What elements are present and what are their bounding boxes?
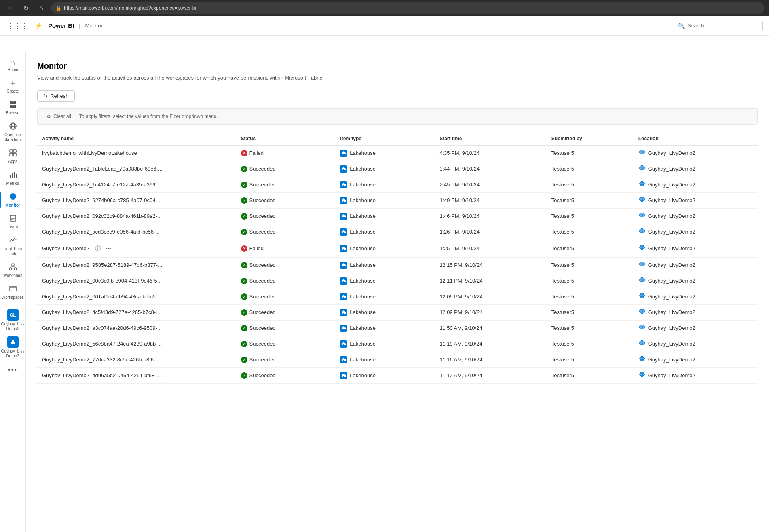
sidebar-label-onelake: OneLakedata hub xyxy=(4,133,21,142)
browser-forward-button[interactable]: ↻ xyxy=(20,2,32,14)
activity-name-text: Guyhay_LivyDemo2_9585e287-5189-47d6-b877… xyxy=(42,262,162,268)
location-text: Guyhay_LivyDemo2 xyxy=(648,262,695,268)
item-type-text: Lakehouse xyxy=(350,229,376,235)
sidebar-workspace-1[interactable]: GL Guyhay_LivyDemo2 xyxy=(0,307,26,334)
app-shell: ⌂ Home + Create Browse xyxy=(0,16,769,532)
toolbar: ↻ Refresh xyxy=(37,90,758,102)
sidebar-item-learn[interactable]: Learn xyxy=(0,211,26,233)
browser-bar: ← ↻ ⌂ 🔒 https://msit.powerbi.com/monitor… xyxy=(0,0,769,16)
sidebar-item-onelake[interactable]: OneLakedata hub xyxy=(0,119,26,146)
submitted-by-cell: Testuser5 xyxy=(547,145,634,161)
item-type-text: Lakehouse xyxy=(350,166,376,172)
sidebar-item-metrics[interactable]: Metrics xyxy=(0,167,26,189)
status-cell: ✓ Succeeded xyxy=(236,192,336,208)
failed-icon: ✕ xyxy=(241,245,247,252)
workspace-avatar-2 xyxy=(7,336,19,348)
status-text: Succeeded xyxy=(249,213,276,219)
svg-point-20 xyxy=(12,264,14,266)
item-type-text: Lakehouse xyxy=(350,309,376,315)
table-row: Guyhay_LivyDemo2_092c32c9-884a-461b-89e2… xyxy=(37,208,758,224)
status-cell: ✕ Failed xyxy=(236,145,336,161)
table-row: Guyhay_LivyDemo2_4c5f43d9-727e-4265-b7c8… xyxy=(37,304,758,320)
status-cell: ✓ Succeeded xyxy=(236,304,336,320)
activity-name-text: Guyhay_LivyDemo2_6274b06a-c785-4a07-9c04… xyxy=(42,197,162,203)
browser-back-button[interactable]: ← xyxy=(5,2,16,14)
svg-rect-7 xyxy=(10,150,13,152)
item-type-text: Lakehouse xyxy=(350,213,376,219)
more-actions-button[interactable]: ••• xyxy=(104,244,113,253)
start-time-cell: 11:16 AM, 9/10/24 xyxy=(435,352,547,367)
location-text: Guyhay_LivyDemo2 xyxy=(648,341,695,347)
activity-name-cell: Guyhay_LivyDemo2_a3c074ae-20d6-49c6-9509… xyxy=(37,320,236,336)
info-button[interactable]: ⓘ xyxy=(93,244,102,253)
svg-point-83 xyxy=(641,373,643,376)
browser-url-bar: 🔒 https://msit.powerbi.com/monitoringhub… xyxy=(51,2,764,14)
filter-hint: To apply filters, select the values from… xyxy=(79,114,218,119)
search-icon: 🔍 xyxy=(678,23,685,29)
clear-all-button[interactable]: ⚙ Clear all xyxy=(42,112,75,121)
svg-point-55 xyxy=(641,263,643,265)
table-row: Guyhay_LivyDemo2_TableLoad_79a988be-69e6… xyxy=(37,161,758,177)
table-row: Guyhay_LivyDemo2_061af1e4-db94-43ca-bdb2… xyxy=(37,289,758,304)
learn-icon xyxy=(9,214,17,224)
sidebar-item-monitor[interactable]: Monitor xyxy=(0,189,26,211)
sidebar-label-realtime: Real-Timehub xyxy=(4,247,22,256)
waffle-icon[interactable]: ⋮⋮⋮ xyxy=(6,21,28,30)
sidebar-item-browse[interactable]: Browse xyxy=(0,97,26,119)
search-box: 🔍 xyxy=(674,21,763,31)
search-input[interactable] xyxy=(687,23,758,29)
status-cell: ✓ Succeeded xyxy=(236,208,336,224)
activity-name-text: Guyhay_LivyDemo2_092c32c9-884a-461b-89e2… xyxy=(42,213,162,219)
status-text: Succeeded xyxy=(249,341,276,347)
lakehouse-icon xyxy=(340,228,347,236)
home-icon: ⌂ xyxy=(10,58,15,66)
status-text: Succeeded xyxy=(249,372,276,378)
main-content: Monitor View and track the status of the… xyxy=(26,52,769,532)
item-type-cell: Lakehouse xyxy=(335,145,435,161)
status-text: Succeeded xyxy=(249,357,276,363)
item-type-text: Lakehouse xyxy=(350,278,376,284)
location-text: Guyhay_LivyDemo2 xyxy=(648,182,695,188)
filter-icon: ⚙ xyxy=(46,114,51,119)
svg-rect-8 xyxy=(13,150,16,152)
sidebar-item-workloads[interactable]: Workloads xyxy=(0,260,26,281)
lakehouse-icon xyxy=(340,293,347,300)
svg-point-71 xyxy=(641,326,643,328)
sidebar-item-create[interactable]: + Create xyxy=(0,76,26,97)
sidebar-workspace-2[interactable]: Guyhay_LivyDemo2 xyxy=(0,334,26,361)
lakehouse-icon xyxy=(340,372,347,379)
success-icon: ✓ xyxy=(241,278,247,284)
item-type-text: Lakehouse xyxy=(350,262,376,268)
svg-rect-1 xyxy=(13,101,16,104)
svg-rect-13 xyxy=(14,172,15,178)
location-cell: Guyhay_LivyDemo2 xyxy=(634,273,758,289)
lakehouse-icon xyxy=(340,181,347,188)
item-type-cell: Lakehouse xyxy=(335,161,435,177)
location-cell: Guyhay_LivyDemo2 xyxy=(634,177,758,192)
svg-point-31 xyxy=(641,167,643,169)
submitted-by-cell: Testuser5 xyxy=(547,208,634,224)
sidebar-item-more[interactable]: ••• xyxy=(0,363,26,377)
browser-home-button[interactable]: ⌂ xyxy=(36,2,47,14)
sidebar-item-apps[interactable]: Apps xyxy=(0,146,26,167)
sidebar-item-realtime[interactable]: Real-Timehub xyxy=(0,233,26,260)
refresh-button[interactable]: ↻ Refresh xyxy=(37,90,75,102)
activity-name-cell: Guyhay_LivyDemo2 ⓘ ••• xyxy=(37,240,236,257)
svg-rect-3 xyxy=(13,105,16,108)
status-text: Failed xyxy=(249,150,264,156)
svg-point-15 xyxy=(10,193,16,200)
browser-url-text: https://msit.powerbi.com/monitoringhub?e… xyxy=(64,5,196,11)
location-cell: Guyhay_LivyDemo2 xyxy=(634,257,758,273)
table-row: Guyhay_LivyDemo2_56c8ba47-24ea-4289-a9bb… xyxy=(37,336,758,352)
svg-point-27 xyxy=(641,151,643,153)
sidebar-item-home[interactable]: ⌂ Home xyxy=(0,55,26,76)
workspace-location-icon xyxy=(638,213,646,220)
activity-name-text: Guyhay_LivyDemo2_TableLoad_79a988be-69e6… xyxy=(42,166,163,172)
table-row: Guyhay_LivyDemo2_00c3c0fb-e904-413f-9e46… xyxy=(37,273,758,289)
location-cell: Guyhay_LivyDemo2 xyxy=(634,161,758,177)
submitted-by-cell: Testuser5 xyxy=(547,352,634,367)
svg-rect-25 xyxy=(10,286,16,291)
sidebar-item-workspaces[interactable]: Workspaces xyxy=(0,281,26,303)
svg-line-24 xyxy=(13,266,15,268)
location-cell: Guyhay_LivyDemo2 xyxy=(634,352,758,367)
